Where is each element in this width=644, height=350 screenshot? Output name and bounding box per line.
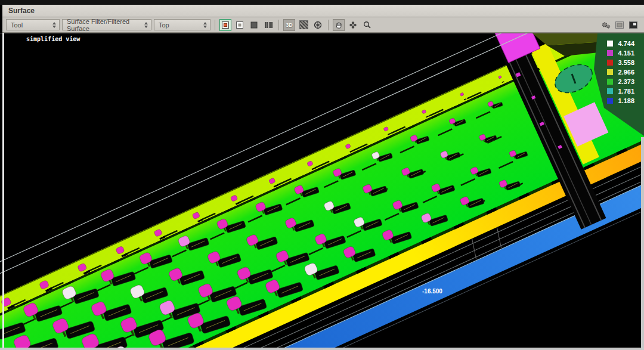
tool-dropdown[interactable]: Tool (6, 19, 60, 30)
magnifier-icon (363, 20, 372, 30)
legend-value: 2.966 (618, 69, 634, 76)
zoom-button[interactable] (361, 19, 373, 31)
toolbar-separator (215, 20, 215, 30)
surface-solid-button[interactable] (219, 19, 231, 31)
columns-icon (264, 20, 273, 30)
viewport-bottom-border (0, 348, 644, 350)
legend-entry: 3.558 (607, 59, 634, 66)
square-center-icon (221, 20, 230, 30)
toolbar-right-group (601, 19, 640, 31)
toolbar-separator (278, 20, 279, 30)
spinner-arrows-icon (203, 22, 207, 28)
viewport-left-border (2, 33, 4, 348)
rotate-button[interactable] (347, 19, 359, 31)
legend-swatch-icon (607, 69, 613, 75)
elevation-legend: 4.7444.1513.5582.9662.3731.7811.188 (607, 40, 634, 104)
gears-icon[interactable] (601, 20, 612, 30)
legend-swatch-icon (607, 88, 613, 94)
three-d-view-button[interactable]: 3D (283, 19, 295, 31)
tool-dropdown-value: Tool (11, 21, 23, 29)
window-frame-icon (615, 20, 624, 30)
point-cloud-icon (299, 20, 308, 29)
hand-icon (334, 20, 343, 30)
view-wheel-button[interactable] (312, 19, 324, 31)
legend-swatch-icon (607, 98, 613, 104)
point-cloud-button[interactable] (298, 19, 309, 31)
toolbar: Tool Surface Filter/Filtered Surface Top (2, 17, 644, 33)
flower-icon (348, 20, 358, 30)
dark-window-icon (628, 20, 638, 30)
spinner-arrows-icon (144, 22, 148, 28)
surface-outline-button[interactable] (234, 19, 246, 31)
legend-value: 4.151 (618, 49, 634, 57)
spinner-arrows-icon (52, 22, 56, 28)
dock-window-button[interactable] (627, 19, 639, 31)
scene-viewport: simplified view -16.500 4.7444.1513.5582… (0, 33, 644, 350)
filled-square-icon (249, 20, 259, 30)
toolbar-separator (328, 20, 329, 30)
titlebar[interactable]: Surface (2, 5, 644, 17)
legend-swatch-icon (607, 41, 613, 47)
window-title: Surface (8, 7, 35, 15)
view-orientation-dropdown-value: Top (159, 21, 169, 29)
legend-entry: 4.151 (607, 49, 634, 57)
surface-columns-button[interactable] (262, 19, 274, 31)
layout-window-button[interactable] (614, 19, 626, 31)
surface-filled-button[interactable] (248, 19, 260, 31)
scene-3d-view[interactable] (0, 33, 644, 348)
wheel-icon (313, 20, 323, 30)
legend-swatch-icon (607, 60, 613, 66)
legend-value: 1.188 (618, 97, 634, 104)
view-mode-label: simplified view (26, 36, 80, 42)
surface-filter-dropdown-value: Surface Filter/Filtered Surface (67, 18, 141, 32)
legend-value: 3.558 (618, 59, 634, 66)
legend-entry: 1.781 (607, 88, 634, 95)
surface-window: Surface Tool Surface Filter/Filtered Sur… (0, 0, 644, 350)
legend-value: 2.373 (618, 78, 634, 85)
pan-button[interactable] (333, 19, 345, 31)
legend-swatch-icon (607, 50, 613, 56)
elevation-measurement-label: -16.500 (422, 288, 442, 295)
legend-value: 1.781 (618, 88, 634, 95)
legend-entry: 1.188 (607, 97, 634, 104)
surface-filter-dropdown[interactable]: Surface Filter/Filtered Surface (62, 19, 151, 30)
legend-entry: 4.744 (607, 40, 634, 47)
legend-value: 4.744 (618, 40, 634, 47)
window-top-edge (0, 0, 644, 5)
legend-swatch-icon (607, 79, 613, 85)
viewport-right-border (641, 137, 644, 348)
square-outline-icon (235, 20, 244, 30)
view-orientation-dropdown[interactable]: Top (154, 19, 210, 30)
legend-entry: 2.373 (607, 78, 634, 85)
legend-entry: 2.966 (607, 69, 634, 76)
